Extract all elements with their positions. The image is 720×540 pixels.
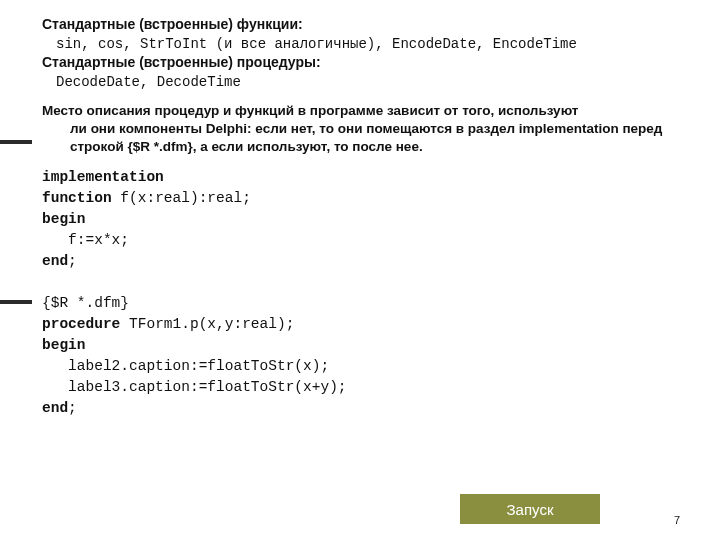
kw-function: function [42, 190, 112, 206]
kw-begin-1: begin [42, 211, 86, 227]
launch-button[interactable]: Запуск [460, 494, 600, 524]
code-l7-rest: TForm1.p(x,y:real); [120, 316, 294, 332]
para-rest: ли они компоненты Delphi: если нет, то о… [42, 120, 702, 156]
slide-content: Стандартные (встроенные) функции: sin, c… [42, 15, 702, 419]
para-line1: Место описания процедур и функций в прог… [42, 103, 578, 118]
kw-end-2: end [42, 400, 68, 416]
code-l2-rest: f(x:real):real; [112, 190, 251, 206]
code-l5-rest: ; [68, 253, 77, 269]
procedures-list: DecodeDate, DecodeTime [42, 73, 702, 92]
kw-end-1: end [42, 253, 68, 269]
page-number: 7 [674, 514, 680, 526]
accent-bar-top [0, 140, 32, 144]
functions-list: sin, cos, StrToInt (и все аналогичные), … [42, 35, 702, 54]
heading-procedures: Стандартные (встроенные) процедуры: [42, 53, 702, 73]
explanation-paragraph: Место описания процедур и функций в прог… [42, 102, 702, 157]
heading-functions: Стандартные (встроенные) функции: [42, 15, 702, 35]
accent-bar-bottom [0, 300, 32, 304]
kw-procedure: procedure [42, 316, 120, 332]
code-l6: {$R *.dfm} [42, 295, 129, 311]
code-l9: label2.caption:=floatToStr(x); [42, 358, 329, 374]
code-l10: label3.caption:=floatToStr(x+y); [42, 379, 347, 395]
code-l11-rest: ; [68, 400, 77, 416]
kw-implementation: implementation [42, 169, 164, 185]
code-example: implementation function f(x:real):real; … [42, 167, 702, 419]
code-l4: f:=x*x; [42, 232, 129, 248]
kw-begin-2: begin [42, 337, 86, 353]
